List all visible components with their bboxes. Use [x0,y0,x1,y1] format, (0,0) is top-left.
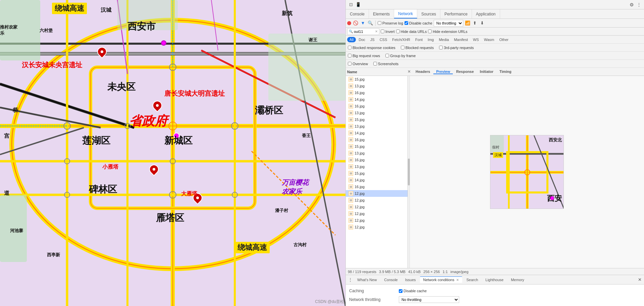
file-item[interactable]: 🖼 13.jpg [346,123,408,130]
filter-tag-wasm[interactable]: Wasm [482,37,497,42]
hide-data-urls-checkbox[interactable] [396,30,400,33]
file-item[interactable]: 🖼 16.jpg [346,183,408,190]
file-item[interactable]: 🖼 16.jpg [346,103,408,110]
bottom-tab-icon[interactable]: ⋮ [347,277,353,283]
file-list[interactable]: 🖼 15.jpg 🖼 13.jpg 🖼 16.jpg 🖼 14.jpg 🖼 16… [346,76,408,268]
more-icon[interactable]: ⋮ [636,2,642,8]
dock-icon[interactable]: ⊡ [348,2,354,8]
filter-icon[interactable]: ▼ [360,20,366,26]
file-item[interactable]: 🖼 16.jpg [346,89,408,96]
device-icon[interactable]: 📱 [355,2,361,8]
col-initiator[interactable]: Initiator [477,70,496,74]
big-rows-label[interactable]: Big request rows [348,54,380,58]
tab-performance[interactable]: Performance [440,9,472,18]
file-item[interactable]: 🖼 12.jpg [346,210,408,217]
filter-tag-css[interactable]: CSS [377,37,390,42]
tab-memory[interactable]: Memory [507,277,528,283]
search-icon[interactable]: 🔍 [367,20,373,26]
filter-tag-manifest[interactable]: Manifest [451,37,470,42]
filter-tag-img[interactable]: Img [425,37,436,42]
tab-sources[interactable]: Sources [417,9,440,18]
search-box[interactable]: 🔍 ✕ [347,28,379,35]
online-icon[interactable]: 📶 [465,20,471,26]
file-item[interactable]: 🖼 15.jpg [346,143,408,150]
file-item[interactable]: 🖼 13.jpg [346,150,408,157]
col-preview[interactable]: Preview [433,70,453,74]
tab-network-conditions[interactable]: Network conditions ✕ [420,276,463,283]
preserve-log-checkbox[interactable] [378,21,381,25]
file-item[interactable]: 🖼 14.jpg [346,130,408,136]
throttle-select[interactable]: No throttling [434,20,463,27]
col-close-button[interactable]: ✕ [408,70,413,74]
col-timing[interactable]: Timing [497,70,514,74]
invert-label[interactable]: Invert [381,30,395,34]
overview-checkbox[interactable] [348,62,352,65]
file-item-selected[interactable]: 🖼 12.jpg [346,190,408,197]
tab-network[interactable]: Network [394,9,417,18]
file-item[interactable]: 🖼 12.jpg [346,217,408,224]
file-list-scrollbar[interactable] [408,76,410,268]
third-party-checkbox[interactable] [439,46,443,49]
filter-tag-other[interactable]: Other [497,37,511,42]
overview-label[interactable]: Overview [348,62,368,66]
search-clear-button[interactable]: ✕ [375,30,378,33]
third-party-label[interactable]: 3rd-party requests [439,46,474,50]
file-item[interactable]: 🖼 13.jpg [346,163,408,170]
tab-console-bottom[interactable]: Console [381,277,401,283]
scrollbar-thumb[interactable] [408,159,410,185]
tab-search[interactable]: Search [463,277,481,283]
tab-whats-new[interactable]: What's New [354,277,380,283]
filter-tag-ws[interactable]: WS [471,37,481,42]
close-bottom-panel[interactable]: ✕ [637,277,643,283]
file-item[interactable]: 🖼 13.jpg [346,83,408,89]
tab-issues[interactable]: Issues [402,277,419,283]
file-item[interactable]: 🖼 15.jpg [346,76,408,83]
search-input[interactable] [354,30,374,34]
file-item[interactable]: 🖼 16.jpg [346,157,408,163]
stop-icon[interactable]: 🚫 [353,20,359,26]
tab-console[interactable]: Console [346,9,369,18]
blocked-cookies-label[interactable]: Blocked response cookies [348,46,395,50]
filter-tag-doc[interactable]: Doc [356,37,368,42]
blocked-requests-label[interactable]: Blocked requests [401,46,434,50]
col-headers[interactable]: Headers [413,70,433,74]
disable-cache-net-label[interactable]: Disable cache [399,289,427,293]
invert-checkbox[interactable] [381,30,384,33]
screenshots-label[interactable]: Screenshots [373,62,398,66]
preserve-log-label[interactable]: Preserve log [378,21,403,25]
col-response[interactable]: Response [453,70,477,74]
filter-tag-font[interactable]: Font [413,37,425,42]
file-item[interactable]: 🖼 12.jpg [346,197,408,204]
file-item[interactable]: 🖼 15.jpg [346,170,408,177]
file-item[interactable]: 🖼 12.jpg [346,224,408,230]
group-frame-label[interactable]: Group by frame [385,54,416,58]
file-item[interactable]: 🖼 14.jpg [346,96,408,103]
hide-ext-urls-checkbox[interactable] [428,30,432,33]
tab-lighthouse[interactable]: Lighthouse [482,277,507,283]
settings-icon[interactable]: ⚙ [629,2,635,8]
file-item[interactable]: 🖼 13.jpg [346,110,408,116]
disable-cache-label[interactable]: Disable cache [405,21,432,25]
blocked-cookies-checkbox[interactable] [348,46,352,49]
big-rows-checkbox[interactable] [348,54,352,57]
filter-tag-all[interactable]: All [347,37,356,42]
hide-data-urls-label[interactable]: Hide data URLs [396,30,427,34]
file-item[interactable]: 🖼 16.jpg [346,136,408,143]
net-throttle-select[interactable]: No throttling [399,296,459,303]
file-item[interactable]: 🖼 14.jpg [346,177,408,183]
hide-ext-urls-label[interactable]: Hide extension URLs [428,30,467,34]
file-item[interactable]: 🖼 15.jpg [346,116,408,123]
filter-tag-media[interactable]: Media [436,37,451,42]
tab-elements[interactable]: Elements [369,9,394,18]
group-frame-checkbox[interactable] [385,54,389,57]
filter-tag-js[interactable]: JS [368,37,377,42]
file-item[interactable]: 🖼 12.jpg [346,204,408,210]
import-icon[interactable]: ⬆ [472,20,478,26]
tab-application[interactable]: Application [472,9,500,18]
disable-cache-checkbox[interactable] [405,21,408,25]
filter-tag-fetchxhr[interactable]: Fetch/XHR [390,37,413,42]
close-network-conditions-tab[interactable]: ✕ [456,278,459,282]
blocked-requests-checkbox[interactable] [401,46,405,49]
record-button[interactable] [347,21,351,25]
export-icon[interactable]: ⬇ [479,20,485,26]
